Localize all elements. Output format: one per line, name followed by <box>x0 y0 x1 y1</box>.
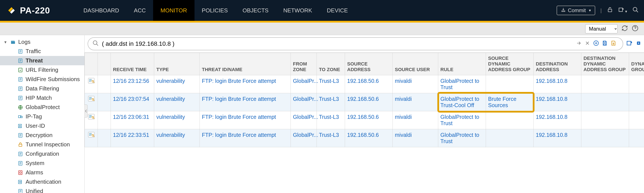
load-filter-icon[interactable] <box>610 40 616 47</box>
sidebar-item-traffic[interactable]: Traffic <box>0 46 84 56</box>
nav-policies[interactable]: POLICIES <box>194 0 235 21</box>
dst-addr-link[interactable]: 192.168.10.8 <box>536 96 568 102</box>
type-link[interactable]: vulnerability <box>156 132 185 138</box>
col-header[interactable]: DYNAMIC USER GROUP <box>629 53 644 75</box>
col-header[interactable]: SOURCE USER <box>393 53 438 75</box>
sidebar-item-globalprotect[interactable]: GlobalProtect <box>0 102 84 112</box>
filter-input[interactable] <box>102 40 573 47</box>
svg-rect-9 <box>19 68 22 72</box>
src-user-link[interactable]: mivaldi <box>395 78 412 84</box>
to-zone-link[interactable]: Trust-L3 <box>319 96 339 102</box>
nav-device[interactable]: DEVICE <box>320 0 355 21</box>
col-header[interactable]: RECEIVE TIME <box>111 53 154 75</box>
col-header[interactable]: RULE <box>438 53 486 75</box>
log-detail-icon[interactable] <box>87 132 96 138</box>
sidebar-item-ip-tag[interactable]: IP-Tag <box>0 112 84 121</box>
rule-link[interactable]: GlobalProtect to Trust <box>440 78 479 90</box>
from-zone-link[interactable]: GlobalPr... <box>293 96 318 102</box>
sidebar-item-unified[interactable]: Unified <box>0 186 84 193</box>
dst-addr-link[interactable]: 192.168.10.8 <box>536 114 568 120</box>
close-panel-icon[interactable] <box>636 41 641 47</box>
src-user-link[interactable]: mivaldi <box>395 96 412 102</box>
tree-root-logs[interactable]: ▾ Logs <box>0 37 84 46</box>
sidebar-item-hip-match[interactable]: HIP Match <box>0 93 84 102</box>
sidebar-collapse-handle[interactable] <box>84 104 88 118</box>
to-zone-link[interactable]: Trust-L3 <box>319 114 339 120</box>
log-detail-icon[interactable] <box>87 96 96 102</box>
col-header[interactable]: TYPE <box>154 53 200 75</box>
nav-dashboard[interactable]: DASHBOARD <box>76 0 127 21</box>
help-icon[interactable] <box>632 25 638 33</box>
col-header[interactable]: THREAT ID/NAME <box>200 53 291 75</box>
col-header[interactable]: DESTINATION ADDRESS <box>534 53 581 75</box>
sidebar-item-system[interactable]: System <box>0 158 84 168</box>
col-header[interactable]: SOURCE ADDRESS <box>345 53 393 75</box>
threat-link[interactable]: FTP: login Brute Force attempt <box>202 114 276 120</box>
apply-filter-icon[interactable] <box>576 40 582 47</box>
save-filter-icon[interactable] <box>602 40 608 47</box>
sidebar-item-authentication[interactable]: Authentication <box>0 177 84 186</box>
col-header[interactable] <box>98 53 111 75</box>
clear-filter-icon[interactable] <box>584 40 590 47</box>
sidebar-item-user-id[interactable]: User-ID <box>0 121 84 130</box>
receive-time-link[interactable]: 12/16 23:12:56 <box>113 78 149 84</box>
src-user-link[interactable]: mivaldi <box>395 114 412 120</box>
col-header[interactable] <box>85 53 98 75</box>
sidebar-item-threat[interactable]: Threat <box>0 56 84 65</box>
col-header[interactable]: DESTINATION DYNAMIC ADDRESS GROUP <box>581 53 629 75</box>
threat-link[interactable]: FTP: login Brute Force attempt <box>202 78 276 84</box>
threat-link[interactable]: FTP: login Brute Force attempt <box>202 132 276 138</box>
sidebar-item-configuration[interactable]: Configuration <box>0 149 84 158</box>
to-zone-link[interactable]: Trust-L3 <box>319 78 339 84</box>
sidebar-item-label: Configuration <box>26 150 59 157</box>
nav-objects[interactable]: OBJECTS <box>235 0 276 21</box>
sidebar-item-url-filtering[interactable]: URL Filtering <box>0 65 84 74</box>
export-icon[interactable]: ▾ <box>618 7 627 14</box>
type-link[interactable]: vulnerability <box>156 78 185 84</box>
dst-addr-link[interactable]: 192.168.10.8 <box>536 78 568 84</box>
receive-time-link[interactable]: 12/16 23:06:31 <box>113 114 149 120</box>
src-addr-link[interactable]: 192.168.50.6 <box>347 132 379 138</box>
product-name: PA-220 <box>20 6 50 16</box>
src-addr-link[interactable]: 192.168.50.6 <box>347 96 379 102</box>
to-zone-link[interactable]: Trust-L3 <box>319 132 339 138</box>
export-logs-icon[interactable] <box>626 40 633 48</box>
nav-network[interactable]: NETWORK <box>276 0 320 21</box>
log-detail-icon[interactable] <box>87 114 96 120</box>
toolbar: Manual <box>0 22 644 35</box>
threat-link[interactable]: FTP: login Brute Force attempt <box>202 96 276 102</box>
rule-link[interactable]: GlobalProtect to Trust <box>440 132 479 144</box>
type-link[interactable]: vulnerability <box>156 96 185 102</box>
refresh-icon[interactable] <box>622 25 628 33</box>
receive-time-link[interactable]: 12/16 23:07:54 <box>113 96 149 102</box>
sidebar-item-wildfire-submissions[interactable]: WildFire Submissions <box>0 74 84 84</box>
lock-icon[interactable] <box>607 7 613 14</box>
log-detail-icon[interactable] <box>87 78 96 84</box>
detail-cell <box>85 75 98 93</box>
nav-monitor[interactable]: MONITOR <box>153 0 194 21</box>
src-dag-link[interactable]: Brute Force Sources <box>488 96 516 108</box>
type-link[interactable]: vulnerability <box>156 114 185 120</box>
col-header[interactable]: SOURCE DYNAMIC ADDRESS GROUP <box>486 53 534 75</box>
sidebar-item-tunnel-inspection[interactable]: Tunnel Inspection <box>0 140 84 149</box>
src-user-link[interactable]: mivaldi <box>395 132 412 138</box>
sidebar-item-decryption[interactable]: Decryption <box>0 130 84 140</box>
from-zone-link[interactable]: GlobalPr... <box>293 78 318 84</box>
src-addr-link[interactable]: 192.168.50.6 <box>347 78 379 84</box>
dst-addr-link[interactable]: 192.168.10.8 <box>536 132 568 138</box>
from-zone-link[interactable]: GlobalPr... <box>293 132 318 138</box>
search-icon[interactable] <box>632 6 639 14</box>
nav-acc[interactable]: ACC <box>126 0 153 21</box>
refresh-mode-select[interactable]: Manual <box>585 24 618 34</box>
add-filter-icon[interactable] <box>593 40 599 47</box>
from-zone-link[interactable]: GlobalPr... <box>293 114 318 120</box>
src-addr-link[interactable]: 192.168.50.6 <box>347 114 379 120</box>
commit-button[interactable]: Commit ▾ <box>556 6 595 15</box>
sidebar-item-alarms[interactable]: Alarms <box>0 168 84 177</box>
sidebar-item-data-filtering[interactable]: Data Filtering <box>0 84 84 93</box>
rule-link[interactable]: GlobalProtect to Trust <box>440 114 479 126</box>
rule-link[interactable]: GlobalProtect to Trust-Cool Off <box>440 96 479 108</box>
col-header[interactable]: FROM ZONE <box>291 53 317 75</box>
col-header[interactable]: TO ZONE <box>317 53 345 75</box>
receive-time-link[interactable]: 12/16 22:33:51 <box>113 132 149 138</box>
